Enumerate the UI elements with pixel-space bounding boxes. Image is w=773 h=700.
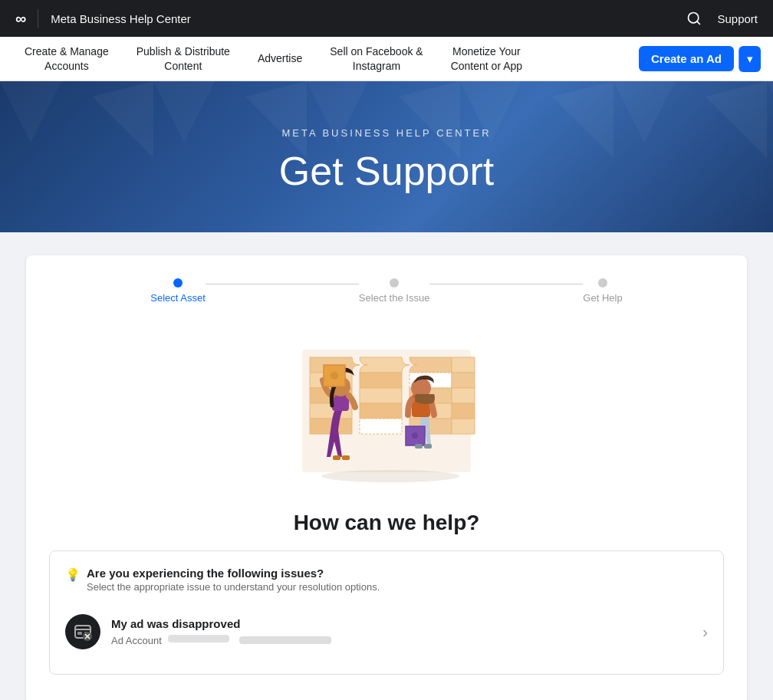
help-center-title: Meta Business Help Center (51, 12, 191, 25)
issue-card: 💡 Are you experiencing the following iss… (49, 550, 724, 675)
step-label-3: Get Help (583, 292, 622, 304)
search-icon (686, 11, 702, 26)
step-select-issue: Select the Issue (359, 278, 430, 304)
issue-card-header: 💡 Are you experiencing the following iss… (65, 567, 708, 593)
secondary-navbar: Create & Manage Accounts Publish & Distr… (0, 37, 773, 81)
meta-logo[interactable]: ∞ (15, 10, 25, 28)
nav-item-create-manage[interactable]: Create & Manage Accounts (12, 38, 121, 78)
hero-banner: Meta Business Help Center Get Support (0, 81, 773, 232)
issue-icon-box (65, 614, 100, 649)
issue-row-disapproved[interactable]: My ad was disapproved Ad Account › (65, 605, 708, 659)
top-navbar: ∞ Meta Business Help Center Support (0, 0, 773, 37)
nav-item-advertise[interactable]: Advertise (245, 45, 314, 71)
issue-info: My ad was disapproved Ad Account (111, 617, 692, 647)
chevron-right-icon: › (702, 623, 708, 641)
step-line-2 (429, 284, 583, 284)
nav-item-publish[interactable]: Publish & Distribute Content (124, 38, 242, 78)
nav-divider (38, 9, 38, 28)
support-card: Select Asset Select the Issue Get Help (26, 255, 747, 700)
issue-detail-label: Ad Account (111, 635, 162, 646)
puzzle-illustration (271, 327, 502, 495)
help-title: How can we help? (41, 511, 732, 535)
issue-card-subtitle: Select the appropriate issue to understa… (87, 581, 380, 593)
issue-card-header-text: Are you experiencing the following issue… (87, 567, 380, 593)
search-button[interactable] (686, 11, 702, 26)
svg-rect-16 (77, 632, 82, 635)
support-link[interactable]: Support (717, 12, 758, 25)
issue-card-title: Are you experiencing the following issue… (87, 567, 380, 580)
nav-item-sell[interactable]: Sell on Facebook & Instagram (317, 38, 435, 78)
create-ad-dropdown-button[interactable]: ▾ (738, 46, 761, 72)
svg-rect-10 (333, 455, 340, 460)
step-label-2: Select the Issue (359, 292, 430, 304)
step-select-asset: Select Asset (150, 278, 206, 304)
hero-subtitle: Meta Business Help Center (15, 127, 758, 139)
svg-rect-12 (415, 444, 423, 449)
top-nav-right: Support (686, 11, 758, 26)
svg-point-9 (412, 432, 418, 439)
step-get-help: Get Help (583, 278, 622, 304)
issue-account-id-placeholder (239, 636, 331, 644)
hero-title: Get Support (15, 148, 758, 194)
main-content: Select Asset Select the Issue Get Help (0, 232, 773, 700)
svg-point-3 (321, 470, 459, 482)
issue-detail: Ad Account (111, 633, 692, 647)
svg-point-6 (331, 372, 338, 380)
lightbulb-icon: 💡 (65, 567, 81, 582)
step-dot-2 (390, 278, 399, 288)
svg-rect-13 (424, 444, 432, 449)
stepper: Select Asset Select the Issue Get Help (41, 278, 732, 304)
svg-rect-11 (342, 455, 350, 460)
meta-logo-symbol: ∞ (15, 10, 25, 28)
svg-line-1 (697, 21, 700, 25)
step-dot-3 (598, 278, 607, 288)
create-ad-button[interactable]: Create an Ad (639, 46, 734, 71)
nav-item-monetize[interactable]: Monetize Your Content or App (439, 38, 535, 78)
ad-account-icon (72, 621, 94, 642)
illustration-container (41, 327, 732, 495)
issue-name: My ad was disapproved (111, 617, 692, 630)
step-label-1: Select Asset (150, 292, 206, 304)
step-dot-1 (173, 278, 183, 288)
step-line-1 (206, 284, 359, 284)
issue-account-name-placeholder (168, 635, 229, 642)
